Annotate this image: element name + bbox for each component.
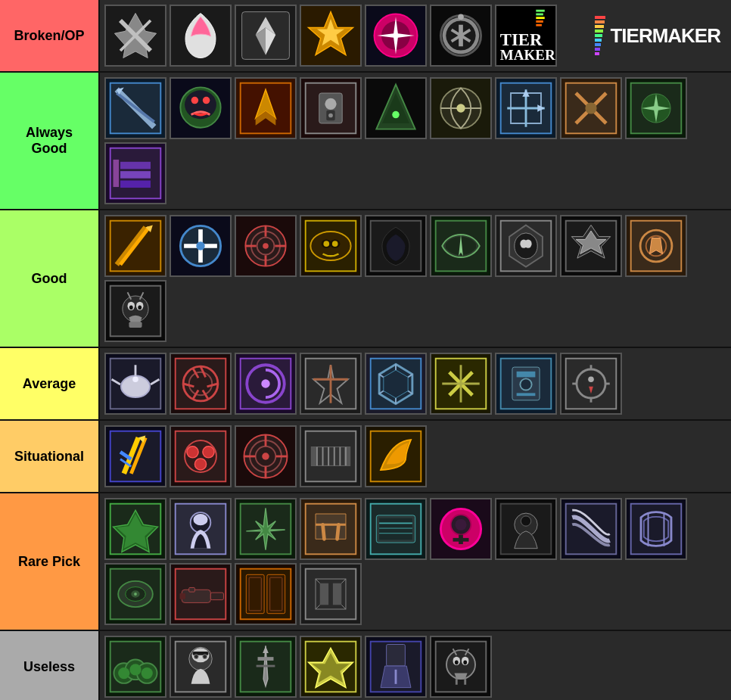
tier-item-ag4[interactable] bbox=[300, 77, 362, 139]
svg-rect-201 bbox=[311, 447, 317, 466]
tier-item-rp1[interactable] bbox=[104, 498, 166, 560]
tier-item-av2[interactable] bbox=[170, 353, 232, 415]
svg-point-40 bbox=[325, 98, 336, 110]
tier-item-rp13[interactable] bbox=[300, 563, 362, 625]
tier-item-ag7[interactable] bbox=[495, 77, 557, 139]
svg-rect-166 bbox=[517, 393, 536, 396]
tier-row-situational: Situational bbox=[0, 421, 731, 493]
svg-point-59 bbox=[585, 102, 596, 114]
tier-item-av5[interactable] bbox=[365, 353, 427, 415]
tier-item-rp6[interactable] bbox=[430, 498, 492, 560]
tier-item-g6[interactable] bbox=[430, 215, 492, 277]
tier-item-av6[interactable] bbox=[430, 353, 492, 415]
tier-item-ag10[interactable] bbox=[104, 142, 166, 204]
svg-point-193 bbox=[262, 453, 269, 460]
tier-item-u1[interactable] bbox=[104, 636, 166, 698]
tier-item-u6[interactable] bbox=[430, 636, 492, 698]
tier-item-av3[interactable] bbox=[235, 353, 297, 415]
tiermaker-color-bars bbox=[595, 16, 605, 55]
tier-item-g4[interactable] bbox=[300, 215, 362, 277]
tier-item-rp10[interactable] bbox=[104, 563, 166, 625]
tier-item-ag9[interactable] bbox=[625, 77, 687, 139]
tier-item-av1[interactable] bbox=[104, 353, 166, 415]
tier-item-g5[interactable] bbox=[365, 215, 427, 277]
svg-point-186 bbox=[187, 446, 198, 458]
tier-item-s2[interactable] bbox=[170, 425, 232, 487]
svg-rect-68 bbox=[114, 160, 120, 187]
tier-item-rp2[interactable] bbox=[170, 498, 232, 560]
svg-rect-255 bbox=[189, 587, 195, 592]
tier-items-useless bbox=[98, 631, 731, 700]
tier-item-b2[interactable] bbox=[170, 5, 232, 67]
tier-item-ag3[interactable] bbox=[235, 77, 297, 139]
tier-item-rp8[interactable] bbox=[560, 498, 622, 560]
tier-item-g8[interactable] bbox=[560, 215, 622, 277]
svg-rect-65 bbox=[120, 162, 151, 170]
tier-item-ag6[interactable] bbox=[430, 77, 492, 139]
tier-item-b4[interactable] bbox=[300, 5, 362, 67]
svg-point-285 bbox=[203, 655, 207, 659]
tier-items-always-good bbox=[98, 73, 731, 209]
svg-point-231 bbox=[455, 519, 466, 530]
tier-item-b3[interactable] bbox=[235, 5, 297, 67]
svg-point-42 bbox=[328, 114, 333, 118]
svg-point-117 bbox=[138, 305, 142, 310]
svg-point-93 bbox=[323, 241, 329, 247]
svg-point-46 bbox=[392, 111, 400, 119]
tier-item-g10[interactable] bbox=[104, 280, 166, 342]
svg-point-175 bbox=[588, 376, 594, 382]
tier-item-g3[interactable] bbox=[235, 215, 297, 277]
tier-item-rp12[interactable] bbox=[235, 563, 297, 625]
tier-label-always-good: Always Good bbox=[0, 73, 98, 209]
tier-item-ag8[interactable] bbox=[560, 77, 622, 139]
svg-point-216 bbox=[193, 514, 207, 525]
svg-rect-254 bbox=[179, 593, 185, 599]
tier-label-rare-pick: Rare Pick bbox=[0, 493, 98, 630]
tier-item-rp3[interactable] bbox=[235, 498, 297, 560]
tier-item-rp7[interactable] bbox=[495, 498, 557, 560]
tier-item-b1[interactable] bbox=[104, 5, 166, 67]
svg-point-276 bbox=[118, 667, 129, 679]
svg-point-302 bbox=[463, 660, 467, 664]
tier-item-rp9[interactable] bbox=[625, 498, 687, 560]
tier-item-av4[interactable] bbox=[300, 353, 362, 415]
svg-point-33 bbox=[191, 97, 199, 104]
tier-item-s1[interactable] bbox=[104, 425, 166, 487]
tier-item-u4[interactable] bbox=[300, 636, 362, 698]
tier-item-s4[interactable] bbox=[300, 425, 362, 487]
tier-item-g1[interactable] bbox=[104, 215, 166, 277]
svg-rect-118 bbox=[129, 322, 142, 328]
tier-item-g7[interactable] bbox=[495, 215, 557, 277]
svg-point-78 bbox=[196, 241, 204, 250]
svg-point-249 bbox=[134, 593, 137, 596]
svg-point-104 bbox=[524, 239, 532, 247]
tier-item-g2[interactable] bbox=[170, 215, 232, 277]
tier-item-s5[interactable] bbox=[365, 425, 427, 487]
tier-item-ag5[interactable] bbox=[365, 77, 427, 139]
svg-point-83 bbox=[263, 243, 269, 249]
tier-item-b5[interactable] bbox=[365, 5, 427, 67]
tier-item-av8[interactable] bbox=[560, 353, 622, 415]
tier-item-ag1[interactable] bbox=[104, 77, 166, 139]
svg-rect-224 bbox=[379, 518, 412, 540]
tier-item-u5[interactable] bbox=[365, 636, 427, 698]
svg-rect-164 bbox=[517, 372, 536, 378]
tier-item-ag2[interactable] bbox=[170, 77, 232, 139]
tier-item-s3[interactable] bbox=[235, 425, 297, 487]
svg-rect-294 bbox=[387, 645, 406, 667]
tiermaker-text: TIERMAKER bbox=[610, 24, 720, 48]
svg-rect-19 bbox=[536, 14, 543, 16]
tier-item-rp5[interactable] bbox=[365, 498, 427, 560]
tier-item-av7[interactable] bbox=[495, 353, 557, 415]
tier-item-rp11[interactable] bbox=[170, 563, 232, 625]
tier-item-u2[interactable] bbox=[170, 636, 232, 698]
svg-point-50 bbox=[456, 104, 465, 112]
svg-point-188 bbox=[194, 459, 206, 470]
svg-rect-252 bbox=[182, 590, 210, 602]
tier-item-rp4[interactable] bbox=[300, 498, 362, 560]
tier-item-u3[interactable] bbox=[235, 636, 297, 698]
tier-item-g9[interactable] bbox=[625, 215, 687, 277]
tier-label-good: Good bbox=[0, 210, 98, 347]
tier-item-b6[interactable] bbox=[430, 5, 492, 67]
tier-item-b7[interactable]: TIERMAKER bbox=[495, 5, 557, 67]
